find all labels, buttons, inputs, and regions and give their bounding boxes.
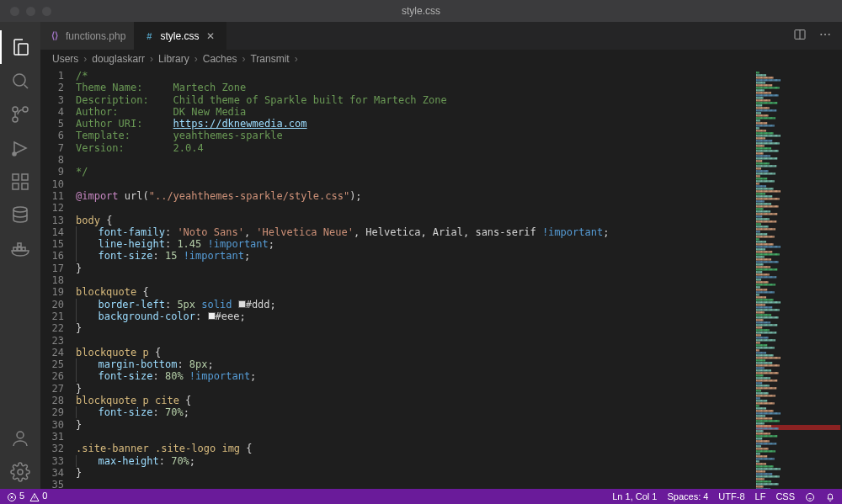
tab-functions-php[interactable]: ⟨⟩functions.php	[40, 22, 135, 50]
code-line[interactable]: body {	[76, 215, 754, 226]
code-line[interactable]	[76, 274, 754, 286]
line-number: 26	[40, 370, 64, 382]
encoding[interactable]: UTF-8	[718, 491, 744, 501]
zoom-window-icon[interactable]	[42, 7, 51, 16]
svg-rect-7	[22, 183, 28, 189]
language-mode[interactable]: CSS	[775, 491, 795, 501]
code-line[interactable]: */	[76, 166, 754, 178]
chevron-right-icon: ›	[150, 53, 153, 65]
svg-point-2	[13, 117, 18, 122]
breadcrumb-segment[interactable]: Library	[158, 53, 189, 65]
code-line[interactable]: font-size: 80% !important;	[76, 370, 754, 382]
line-number: 7	[40, 142, 64, 154]
breadcrumb-segment[interactable]: Transmit	[250, 53, 289, 65]
code-editor[interactable]: /*Theme Name: Martech ZoneDescription: C…	[76, 68, 754, 489]
line-number: 27	[40, 383, 64, 395]
code-line[interactable]	[76, 335, 754, 347]
line-number: 4	[40, 106, 64, 118]
search-icon[interactable]	[0, 64, 40, 98]
tab-style-css[interactable]: #style.css✕	[135, 22, 226, 50]
line-number: 1	[40, 70, 64, 82]
code-line[interactable]: background-color: #eee;	[76, 310, 754, 322]
line-number: 22	[40, 322, 64, 334]
code-line[interactable]	[76, 202, 754, 214]
indentation[interactable]: Spaces: 4	[667, 491, 708, 501]
source-control-icon[interactable]	[0, 98, 40, 131]
code-line[interactable]: border-left: 5px solid #ddd;	[76, 299, 754, 310]
breadcrumbs[interactable]: Users›douglaskarr›Library›Caches›Transmi…	[40, 50, 842, 68]
line-number: 5	[40, 118, 64, 130]
feedback-icon[interactable]	[805, 491, 815, 501]
svg-point-18	[824, 34, 826, 35]
line-number: 28	[40, 395, 64, 406]
errors-count[interactable]: 5	[7, 491, 24, 501]
eol[interactable]: LF	[755, 491, 766, 501]
code-line[interactable]	[76, 154, 754, 166]
line-number: 33	[40, 455, 64, 467]
code-line[interactable]	[76, 431, 754, 443]
line-number: 29	[40, 406, 64, 418]
code-line[interactable]: .site-banner .site-logo img {	[76, 443, 754, 454]
minimap[interactable]: ████████████████████████████████████████…	[754, 68, 842, 489]
svg-rect-5	[13, 174, 19, 180]
more-actions-icon[interactable]	[818, 28, 832, 44]
code-line[interactable]: }	[76, 322, 754, 334]
line-number: 31	[40, 431, 64, 443]
svg-point-9	[13, 207, 27, 212]
code-line[interactable]: blockquote p {	[76, 347, 754, 358]
database-icon[interactable]	[0, 199, 40, 232]
code-line[interactable]: }	[76, 467, 754, 479]
code-line[interactable]: Template: yeahthemes-sparkle	[76, 130, 754, 141]
close-window-icon[interactable]	[10, 7, 19, 16]
code-line[interactable]: Theme Name: Martech Zone	[76, 82, 754, 93]
code-line[interactable]: margin-bottom: 8px;	[76, 358, 754, 370]
php-file-icon: ⟨⟩	[49, 30, 61, 42]
docker-icon[interactable]	[0, 232, 40, 266]
code-line[interactable]: blockquote p cite {	[76, 395, 754, 406]
line-number: 2	[40, 82, 64, 93]
code-line[interactable]: font-family: 'Noto Sans', 'Helvetica Neu…	[76, 226, 754, 238]
svg-rect-13	[18, 243, 21, 247]
minimize-window-icon[interactable]	[26, 7, 35, 16]
notifications-icon[interactable]	[825, 491, 835, 501]
line-number: 12	[40, 202, 64, 214]
code-line[interactable]: Author URI: https://dknewmedia.com	[76, 118, 754, 130]
warnings-count[interactable]: 0	[29, 491, 47, 501]
title-bar: style.css	[0, 0, 842, 22]
code-line[interactable]: }	[76, 263, 754, 274]
svg-point-3	[13, 107, 18, 112]
split-editor-icon[interactable]	[793, 28, 807, 44]
code-line[interactable]: Description: Child theme of Sparkle buil…	[76, 94, 754, 106]
line-number: 35	[40, 479, 64, 489]
code-line[interactable]	[76, 178, 754, 190]
cursor-position[interactable]: Ln 1, Col 1	[612, 491, 657, 501]
breadcrumb-segment[interactable]: Users	[52, 53, 78, 65]
line-number: 13	[40, 215, 64, 226]
line-number: 30	[40, 419, 64, 431]
code-line[interactable]: max-height: 70%;	[76, 455, 754, 467]
run-debug-icon[interactable]	[0, 131, 40, 165]
line-number: 24	[40, 347, 64, 358]
line-number: 32	[40, 443, 64, 454]
code-line[interactable]: font-size: 15 !important;	[76, 250, 754, 262]
code-line[interactable]: blockquote {	[76, 286, 754, 298]
code-line[interactable]: Version: 2.0.4	[76, 142, 754, 154]
extensions-icon[interactable]	[0, 165, 40, 199]
explorer-icon[interactable]	[0, 30, 40, 64]
accounts-icon[interactable]	[0, 422, 40, 455]
code-line[interactable]: /*	[76, 70, 754, 82]
svg-point-19	[829, 34, 830, 35]
code-line[interactable]	[76, 479, 754, 489]
code-line[interactable]: font-size: 70%;	[76, 406, 754, 418]
breadcrumb-segment[interactable]: Caches	[203, 53, 237, 65]
code-line[interactable]: line-height: 1.45 !important;	[76, 238, 754, 250]
line-number: 8	[40, 154, 64, 166]
code-line[interactable]: @import url("../yeahthemes-sparkle/style…	[76, 190, 754, 202]
breadcrumb-segment[interactable]: douglaskarr	[92, 53, 145, 65]
close-tab-icon[interactable]: ✕	[204, 29, 217, 43]
settings-gear-icon[interactable]	[0, 455, 40, 489]
code-line[interactable]: Author: DK New Media	[76, 106, 754, 118]
code-line[interactable]: }	[76, 419, 754, 431]
svg-rect-6	[13, 183, 19, 189]
code-line[interactable]: }	[76, 383, 754, 395]
